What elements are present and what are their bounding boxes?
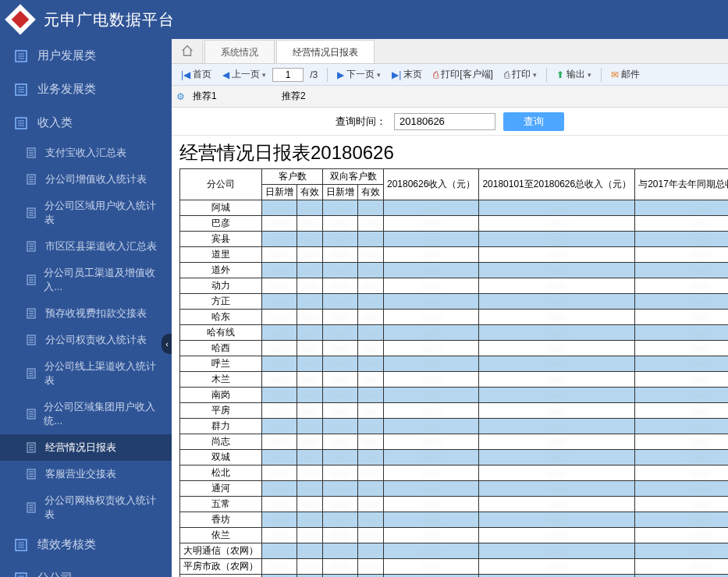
query-date-input[interactable] [394, 113, 495, 130]
mail-button[interactable]: ✉邮件 [606, 66, 645, 83]
cell-data: —— [262, 512, 297, 528]
cell-data: —— [635, 356, 728, 372]
nav-group-branch[interactable]: 分公司 [0, 561, 172, 577]
print-client-button[interactable]: ⎙打印[客户端] [428, 66, 498, 83]
cell-data: —— [262, 465, 297, 481]
sidebar-item-income-8[interactable]: 分公司区域集团用户收入统... [0, 394, 172, 434]
nav-group-biz[interactable]: 业务发展类 [0, 73, 172, 106]
sidebar-item-income-2[interactable]: 分公司区域用户收入统计表 [0, 193, 172, 233]
sidebar-item-label: 分公司网格权责收入统计表 [44, 494, 158, 522]
cell-data: —— [297, 216, 323, 232]
cell-data: —— [297, 450, 323, 465]
sidebar-item-income-5[interactable]: 预存收视费扣款交接表 [0, 300, 172, 327]
sidebar-item-income-10[interactable]: 客服营业交接表 [0, 461, 172, 487]
cell-data: —— [479, 559, 635, 575]
cell-data: —— [635, 247, 728, 263]
chevron-left-icon: ‹ [165, 339, 169, 349]
col-income: 20180626收入（元） [384, 169, 479, 200]
list-icon [14, 116, 28, 130]
cell-data: —— [358, 388, 384, 403]
sidebar-item-income-9[interactable]: 经营情况日报表 [0, 434, 172, 461]
cell-data: —— [479, 465, 635, 481]
list-icon [14, 538, 28, 552]
nav-group-label: 收入类 [37, 115, 73, 130]
sidebar-item-income-3[interactable]: 市区区县渠道收入汇总表 [0, 233, 172, 260]
col-cust: 客户数 [262, 169, 323, 185]
first-page-button[interactable]: |◀首页 [176, 66, 216, 83]
cell-data: —— [358, 294, 384, 310]
cell-data: —— [635, 263, 728, 278]
col-bi-eff: 有效 [358, 185, 384, 200]
cell-data: —— [384, 278, 479, 294]
cell-data: —— [262, 232, 297, 247]
cell-branch: 道里 [180, 247, 262, 263]
cell-data: —— [479, 388, 635, 403]
cell-data: —— [635, 388, 728, 403]
cell-data: —— [323, 528, 358, 543]
sidebar-item-label: 经营情况日报表 [45, 441, 116, 455]
export-button[interactable]: ⬆输出▾ [552, 66, 596, 83]
param-rec1[interactable]: 推荐1 [193, 90, 279, 103]
cell-data: —— [479, 278, 635, 294]
prev-page-button[interactable]: ◀上一页▾ [218, 66, 271, 83]
cell-data: —— [297, 356, 323, 372]
nav-group-user[interactable]: 用户发展类 [0, 39, 172, 73]
cell-data: —— [635, 434, 728, 450]
table-row: 双城—————————————— [180, 450, 729, 465]
cell-data: —— [635, 232, 728, 247]
cell-data: —— [262, 200, 297, 216]
nav-group-perf[interactable]: 绩效考核类 [0, 528, 172, 561]
cell-branch: 通河 [180, 481, 262, 497]
col-bi-new: 日新增 [323, 185, 358, 200]
sidebar-item-income-11[interactable]: 分公司网格权责收入统计表 [0, 487, 172, 528]
sidebar-item-income-6[interactable]: 分公司权责收入统计表 [0, 327, 172, 353]
doc-icon [27, 207, 37, 218]
print-icon: ⎙ [433, 69, 439, 80]
last-page-button[interactable]: ▶|末页 [387, 66, 427, 83]
sidebar-item-income-7[interactable]: 分公司线上渠道收入统计表 [0, 353, 172, 394]
cell-data: —— [262, 372, 297, 388]
next-page-button[interactable]: ▶下一页▾ [332, 66, 385, 83]
table-row: 南岗—————————————— [180, 388, 729, 403]
page-input[interactable] [272, 68, 304, 82]
param-rec2[interactable]: 推荐2 [282, 90, 306, 103]
sidebar-collapse-button[interactable]: ‹ [162, 334, 172, 354]
tab-system[interactable]: 系统情况 [204, 40, 275, 63]
table-row: 群力—————————————— [180, 419, 729, 434]
cell-data: —— [358, 434, 384, 450]
cell-data: —— [297, 341, 323, 356]
cell-data: —— [262, 481, 297, 497]
cell-branch: 宾县 [180, 232, 262, 247]
cell-branch: 巴彦 [180, 216, 262, 232]
sidebar-item-income-0[interactable]: 支付宝收入汇总表 [0, 140, 172, 166]
app-logo [5, 4, 36, 35]
query-button[interactable]: 查询 [503, 112, 564, 131]
table-row: 阿城—————————————— [180, 200, 729, 216]
cell-data: —— [297, 200, 323, 216]
table-row: 平房—————————————— [180, 403, 729, 419]
print-button[interactable]: ⎙打印▾ [499, 66, 542, 83]
sidebar: 用户发展类 业务发展类 收入类 支付宝收入汇总表分公司增值收入统计表分公司区域用… [0, 39, 172, 577]
cell-data: —— [323, 450, 358, 465]
table-row: 尚志—————————————— [180, 434, 729, 450]
sidebar-item-income-1[interactable]: 分公司增值收入统计表 [0, 166, 172, 193]
home-tab[interactable] [172, 39, 203, 63]
cell-data: —— [635, 481, 728, 497]
cell-data: —— [297, 434, 323, 450]
cell-data: —— [479, 575, 635, 578]
col-cust-new: 日新增 [262, 185, 297, 200]
sidebar-item-income-4[interactable]: 分公司员工渠道及增值收入... [0, 260, 172, 300]
sidebar-item-label: 分公司区域用户收入统计表 [44, 199, 158, 227]
cell-data: —— [262, 294, 297, 310]
cell-data: —— [479, 356, 635, 372]
nav-group-label: 分公司 [37, 571, 73, 577]
cell-data: —— [323, 481, 358, 497]
cell-data: —— [323, 294, 358, 310]
cell-data: —— [262, 325, 297, 341]
cell-data: —— [384, 450, 479, 465]
cell-data: —— [323, 372, 358, 388]
sliders-icon[interactable]: ⚙ [176, 91, 185, 102]
table-row: 哈西—————————————— [180, 341, 729, 356]
nav-group-income[interactable]: 收入类 [0, 106, 172, 140]
tab-report[interactable]: 经营情况日报表 [276, 40, 375, 63]
